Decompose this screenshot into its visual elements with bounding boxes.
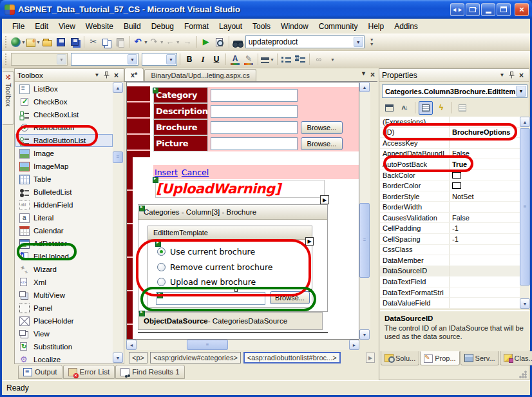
copy-button[interactable] <box>100 35 113 49</box>
preview-button[interactable] <box>213 35 226 49</box>
toolbox-item-checkboxlist[interactable]: CheckBoxList <box>15 108 113 121</box>
cut-button[interactable]: ✂ <box>87 35 100 49</box>
toolbox-pin-icon[interactable] <box>102 71 111 80</box>
cancel-link[interactable]: Cancel <box>182 168 209 177</box>
find-combo-dropdown-icon[interactable]: ▼ <box>354 37 363 47</box>
font-combo[interactable]: ▼ <box>71 53 138 66</box>
picture-textbox[interactable] <box>211 137 298 150</box>
property-row-accesskey[interactable]: AccessKey <box>380 138 520 149</box>
menu-addins[interactable]: Addins <box>389 20 423 33</box>
tag-navigator-more-icon[interactable]: ▶ <box>366 353 375 363</box>
document-tab-aspx-cs[interactable]: BinaryData/Upd...leting.aspx.cs <box>144 69 256 81</box>
toolbox-item-xml[interactable]: Xml <box>15 276 113 289</box>
toolbox-item-radiobuttonlist[interactable]: RadioButtonList <box>15 134 113 147</box>
asp-control-glyph[interactable] <box>139 311 145 316</box>
menu-window[interactable]: Window <box>276 20 314 33</box>
toolbox-window-menu-icon[interactable]: ▼ <box>92 71 102 80</box>
italic-button[interactable]: I <box>196 53 209 66</box>
selection-handle[interactable] <box>234 289 238 292</box>
toolbox-item-substitution[interactable]: Substitution <box>15 340 113 353</box>
asp-control-glyph[interactable] <box>153 88 158 93</box>
color-swatch[interactable] <box>452 172 461 179</box>
property-row-datatextfield[interactable]: DataTextField <box>380 276 520 287</box>
font-color-button[interactable]: A <box>229 53 242 66</box>
property-row-expressions[interactable]: (Expressions) <box>380 117 520 128</box>
tab-find-results[interactable]: Find Results 1 <box>115 365 185 379</box>
tab-server-explorer[interactable]: Serv... <box>461 351 499 365</box>
property-pages-button[interactable] <box>455 101 470 115</box>
save-all-button[interactable] <box>68 35 81 49</box>
radiobuttonlist-smart-tag-button[interactable]: ▶ <box>305 237 314 246</box>
events-button[interactable]: ϟ <box>434 101 448 115</box>
scroll-down-icon[interactable]: ▼ <box>113 353 123 363</box>
object-selector-dropdown-icon[interactable]: ▼ <box>516 86 526 97</box>
tab-class-view[interactable]: Clas... <box>500 351 532 365</box>
asp-control-glyph[interactable] <box>139 206 145 211</box>
selection-handle[interactable] <box>309 289 312 292</box>
minimize-button[interactable] <box>481 3 495 16</box>
style-combo[interactable]: ▼ <box>11 53 68 66</box>
toolbox-item-panel[interactable]: Panel <box>15 302 113 315</box>
toolbox-item-table[interactable]: Table <box>15 173 113 186</box>
picture-browse-button[interactable]: Browse... <box>301 137 343 150</box>
categorized-button[interactable] <box>382 101 396 115</box>
property-row-id[interactable]: (ID)BrochureOptions <box>380 128 520 139</box>
property-value[interactable]: -1 <box>450 235 520 243</box>
scrollbar-thumb[interactable] <box>187 340 228 350</box>
font-size-combo[interactable]: ▼ <box>142 53 177 66</box>
property-row-causesvalidation[interactable]: CausesValidationFalse <box>380 213 520 224</box>
property-row-datamember[interactable]: DataMember <box>380 255 520 266</box>
designer-horizontal-scrollbar[interactable]: ◄ ► <box>126 340 359 350</box>
property-value[interactable]: -1 <box>450 224 520 232</box>
tab-error-list[interactable]: Error List <box>63 365 115 379</box>
color-swatch[interactable] <box>452 182 461 189</box>
brochure-textbox[interactable] <box>211 121 298 134</box>
toolbox-close-icon[interactable]: × <box>111 71 121 80</box>
start-debugging-button[interactable]: ▶ <box>200 35 213 49</box>
property-row-cellpadding[interactable]: CellPadding-1 <box>380 223 520 234</box>
session-popout-button[interactable] <box>466 3 480 16</box>
menu-format[interactable]: Format <box>179 20 214 33</box>
radio-icon[interactable] <box>157 263 166 271</box>
property-row-borderwidth[interactable]: BorderWidth <box>380 202 520 213</box>
menu-tools[interactable]: Tools <box>247 20 276 33</box>
toolbox-item-radiobutton[interactable]: RadioButton <box>15 121 113 134</box>
tag-radiobuttonlist[interactable]: <asp:radiobuttonlist#broc...> <box>243 352 341 363</box>
radio-selected-icon[interactable] <box>157 247 166 256</box>
menu-community[interactable]: Community <box>314 20 363 33</box>
asp-control-glyph[interactable] <box>155 241 161 247</box>
property-value[interactable]: BrochureOptions <box>450 128 520 136</box>
session-resize-button[interactable]: ◄► <box>450 3 464 16</box>
designer-vertical-scrollbar[interactable]: ▲ ▼ <box>359 82 370 340</box>
undo-button[interactable]: ↶▼ <box>133 35 148 49</box>
font-size-dropdown-icon[interactable]: ▼ <box>166 54 176 64</box>
scroll-up-icon[interactable]: ▲ <box>520 117 530 127</box>
property-value[interactable]: False <box>450 214 520 222</box>
document-close-icon[interactable]: × <box>370 70 375 79</box>
scroll-up-icon[interactable]: ▲ <box>359 82 370 92</box>
toolbox-item-view[interactable]: View <box>15 327 113 340</box>
find-combo[interactable]: updateproduct ▼ <box>245 35 365 48</box>
menu-help[interactable]: Help <box>363 20 389 33</box>
toolbar-grip[interactable] <box>5 36 8 48</box>
scrollbar-thumb[interactable] <box>113 151 123 163</box>
find-in-files-button[interactable] <box>232 35 245 49</box>
design-surface[interactable]: Category Description Brochure Browse... … <box>126 82 359 340</box>
toolbar-overflow-button[interactable]: ▼ <box>326 53 339 66</box>
scroll-down-icon[interactable]: ▼ <box>520 298 530 309</box>
toolbox-item-bulletedlist[interactable]: BulletedList <box>15 186 113 198</box>
edititemtemplate-header[interactable]: EditItemTemplate <box>148 226 312 240</box>
tag-gridview[interactable]: <asp:gridview#categories> <box>150 352 241 363</box>
toolbox-item-placeholder[interactable]: PlaceHolder <box>15 315 113 327</box>
gridview-smart-tag-button[interactable]: ▶ <box>320 195 329 204</box>
toolbox-item-imagemap[interactable]: ImageMap <box>15 160 113 173</box>
property-row-datavaluefield[interactable]: DataValueField <box>380 298 520 309</box>
toolbox-header[interactable]: Toolbox ▼ × <box>15 69 124 82</box>
property-row-datatextformatstring[interactable]: DataTextFormatStri <box>380 287 520 298</box>
bulleted-list-button[interactable] <box>280 53 293 66</box>
radio-remove-current-brochure[interactable]: Remove current brochure <box>157 260 273 273</box>
add-new-item-button[interactable]: ▼ <box>26 35 41 49</box>
property-row-autopostback[interactable]: AutoPostBackTrue <box>380 159 520 170</box>
radio-upload-new-brochure[interactable]: Upload new brochure <box>157 275 256 288</box>
scrollbar-thumb[interactable] <box>359 203 370 278</box>
